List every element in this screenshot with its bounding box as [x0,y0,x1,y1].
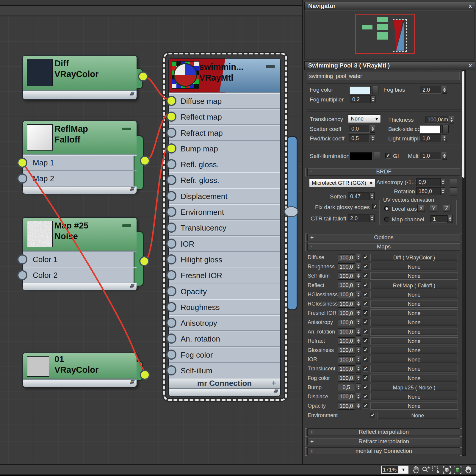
input-socket[interactable] [17,270,27,280]
map-enable-checkbox[interactable] [363,292,368,298]
input-socket[interactable] [17,158,27,168]
input-socket[interactable] [166,143,176,154]
input-socket[interactable] [166,333,176,344]
node-header[interactable]: 01 VRayColor [23,353,137,379]
map-amount-spinner[interactable] [356,254,361,262]
map-amount-spinner[interactable] [356,356,361,364]
map-slot-button[interactable]: None [370,356,458,363]
close-icon[interactable]: x [469,62,472,70]
collapse-icon[interactable] [122,224,131,227]
translucency-dropdown[interactable]: None ▼ [348,115,381,123]
input-socket[interactable] [166,270,176,280]
gi-checkbox[interactable] [385,153,391,159]
map-slot-button[interactable]: None [370,272,458,280]
map-channel-field[interactable]: 1 [430,215,447,223]
region-zoom-icon[interactable] [431,465,440,474]
map-slot-button[interactable]: None [370,291,458,298]
node-footer-resize[interactable] [23,186,137,194]
output-socket[interactable] [138,71,148,82]
map-amount-spinner[interactable] [356,300,361,308]
material-name-input[interactable]: swimming_pool_water [307,72,460,80]
map-slot-button[interactable]: None [370,347,458,354]
map-amount-field[interactable]: 100,0 [338,337,355,345]
input-socket[interactable] [166,286,176,296]
thickness-field[interactable]: 100,0cm [425,116,448,123]
map-amount-spinner[interactable] [356,374,361,382]
input-socket[interactable] [166,96,176,106]
map-enable-checkbox[interactable] [363,347,368,353]
collapse-minus-icon[interactable]: - [310,168,312,175]
map-amount-field[interactable]: 100,0 [338,254,355,261]
output-socket[interactable] [139,256,149,266]
material-output-socket[interactable] [284,206,298,217]
map-amount-field[interactable]: 100,0 [338,365,355,372]
fog-bias-spinner[interactable] [442,86,447,94]
map-amount-spinner[interactable] [356,402,361,410]
map-enable-checkbox[interactable] [363,403,368,409]
node-header[interactable]: ReflMap Falloff [23,121,137,154]
map-amount-spinner[interactable] [356,263,361,271]
map-enable-checkbox[interactable] [363,366,368,372]
map-amount-field[interactable]: 0,5 [338,384,355,391]
map-amount-spinner[interactable] [356,291,361,298]
mult-spinner[interactable] [442,152,447,160]
map-channel-radio[interactable] [384,217,389,222]
map-enable-checkbox[interactable] [363,375,368,381]
map-slot-button[interactable]: Map #25 ( Noise ) [370,384,458,391]
map-slot-button[interactable]: None [370,263,458,270]
local-axis-radio[interactable] [384,206,389,211]
input-socket[interactable] [166,239,176,249]
axis-z-button[interactable]: Z [443,205,450,212]
map-slot-button[interactable]: Diff ( VRayColor ) [370,254,458,261]
node-header[interactable]: Diff VRayColor [23,56,137,90]
node-swimming-pool-vraymtl[interactable]: swimmin... VRayMtl Diffuse map Reflect m… [168,58,281,397]
anisotropy-field[interactable]: 0,9 [416,178,440,186]
map-enable-checkbox[interactable] [370,413,375,418]
navigator-view-rect[interactable] [355,14,415,54]
map-enable-checkbox[interactable] [363,283,368,288]
node-footer-resize[interactable] [23,90,137,98]
map-enable-checkbox[interactable] [363,385,368,390]
light-multiplier-spinner[interactable] [442,134,447,142]
map-slot-button[interactable]: None [370,309,458,317]
scrollbar-thumb[interactable] [462,71,464,178]
color-swatch[interactable] [27,356,49,377]
mr-connection-bar[interactable]: mr Connection + [169,378,280,388]
input-socket[interactable] [166,302,176,312]
input-socket[interactable] [166,318,176,328]
rollout-bar[interactable]: + mental ray Connection [307,447,460,455]
material-titlebar[interactable]: Swimming Pool 3 ( VRayMtl ) x [304,61,475,70]
map-amount-spinner[interactable] [356,328,361,336]
node-map25-noise[interactable]: Map #25 Noise Color 1 Color 2 [22,217,137,289]
input-socket[interactable] [166,365,176,375]
node-footer-resize[interactable] [23,283,137,290]
collapse-minus-icon[interactable]: - [310,243,312,250]
map-channel-spinner[interactable] [447,215,452,223]
node-diff-vraycolor[interactable]: Diff VRayColor [22,55,137,100]
map-enable-checkbox[interactable] [363,394,368,400]
input-socket[interactable] [17,173,27,184]
anisotropy-spinner[interactable] [440,178,445,186]
falloff-preview-swatch[interactable] [27,124,53,151]
light-multiplier-field[interactable]: 1,0 [420,134,441,142]
output-socket[interactable] [140,370,150,380]
fog-bias-field[interactable]: 2,0 [420,86,441,94]
node-canvas[interactable]: Diff VRayColor ReflMap Falloff [0,0,302,476]
soften-spinner[interactable] [369,192,375,200]
collapse-icon[interactable] [266,65,275,68]
noise-preview-swatch[interactable] [27,221,53,247]
map-amount-field[interactable]: 100,0 [338,273,355,280]
map-enable-checkbox[interactable] [363,320,368,325]
map-slot-button[interactable]: None [378,412,458,419]
soften-field[interactable]: 0,47 [348,192,369,200]
fix-dark-glossy-edges-checkbox[interactable] [372,204,378,209]
expand-plus-icon[interactable]: + [310,234,314,241]
navigator-titlebar[interactable]: Navigator x [304,2,475,11]
backside-map-button[interactable] [442,125,449,133]
pan-icon[interactable] [464,465,473,474]
options-rollout[interactable]: + Options [307,234,460,241]
mult-field[interactable]: 1,0 [420,152,441,160]
gtr-tail-falloff-field[interactable]: 2,0 [348,214,369,222]
input-socket[interactable] [166,128,176,138]
brdf-rollout[interactable]: - BRDF [307,168,460,176]
